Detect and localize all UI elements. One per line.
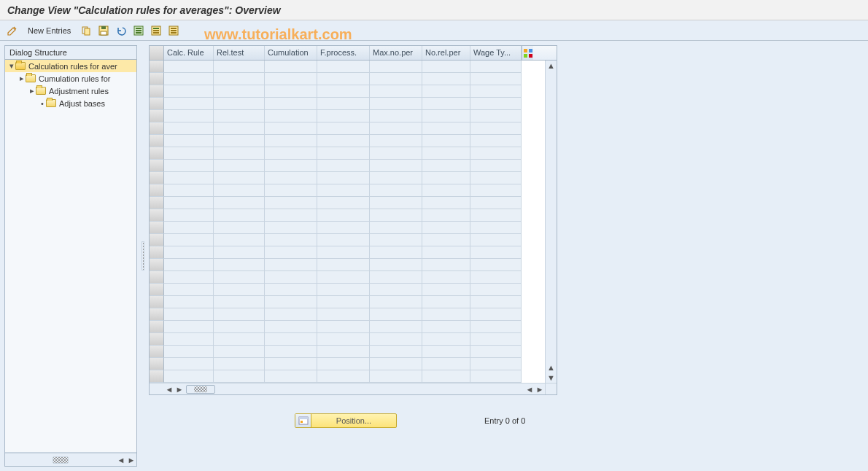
- cell[interactable]: [265, 160, 317, 172]
- table-row[interactable]: [150, 358, 545, 370]
- cell[interactable]: [265, 222, 317, 234]
- table-row[interactable]: [150, 73, 545, 85]
- new-entries-button[interactable]: New Entries: [23, 25, 75, 36]
- cell[interactable]: [370, 346, 422, 358]
- cell[interactable]: [422, 160, 470, 172]
- cell[interactable]: [214, 259, 265, 271]
- cell[interactable]: [265, 321, 317, 333]
- cell[interactable]: [470, 160, 522, 172]
- cell[interactable]: [164, 209, 214, 222]
- row-header[interactable]: [150, 333, 164, 346]
- cell[interactable]: [265, 122, 317, 135]
- cell[interactable]: [422, 308, 470, 321]
- cell[interactable]: [164, 246, 214, 259]
- cell[interactable]: [370, 147, 422, 160]
- cell[interactable]: [214, 61, 265, 73]
- cell[interactable]: [214, 110, 265, 122]
- cell[interactable]: [470, 333, 522, 346]
- cell[interactable]: [214, 246, 265, 259]
- row-header[interactable]: [150, 308, 164, 321]
- cell[interactable]: [470, 122, 522, 135]
- cell[interactable]: [317, 308, 370, 321]
- cell[interactable]: [470, 234, 522, 246]
- cell[interactable]: [370, 259, 422, 271]
- expand-toggle-icon[interactable]: ▾: [8, 61, 15, 71]
- tree-item[interactable]: ▾Calculation rules for aver: [5, 60, 136, 72]
- cell[interactable]: [164, 296, 214, 308]
- cell[interactable]: [265, 73, 317, 85]
- scroll-left-icon[interactable]: ◄: [116, 455, 126, 465]
- cell[interactable]: [265, 284, 317, 296]
- cell[interactable]: [164, 308, 214, 321]
- cell[interactable]: [265, 308, 317, 321]
- cell[interactable]: [422, 333, 470, 346]
- cell[interactable]: [214, 284, 265, 296]
- cell[interactable]: [317, 85, 370, 98]
- column-header[interactable]: Rel.test: [214, 46, 265, 60]
- row-header[interactable]: [150, 222, 164, 234]
- cell[interactable]: [317, 73, 370, 85]
- cell[interactable]: [470, 209, 522, 222]
- cell[interactable]: [422, 184, 470, 197]
- cell[interactable]: [422, 246, 470, 259]
- cell[interactable]: [317, 234, 370, 246]
- cell[interactable]: [470, 197, 522, 209]
- cell[interactable]: [370, 296, 422, 308]
- cell[interactable]: [164, 346, 214, 358]
- table-row[interactable]: [150, 147, 545, 160]
- cell[interactable]: [370, 135, 422, 147]
- cell[interactable]: [470, 172, 522, 184]
- cell[interactable]: [317, 296, 370, 308]
- cell[interactable]: [265, 358, 317, 370]
- cell[interactable]: [422, 110, 470, 122]
- cell[interactable]: [214, 296, 265, 308]
- cell[interactable]: [265, 61, 317, 73]
- cell[interactable]: [214, 98, 265, 110]
- cell[interactable]: [422, 358, 470, 370]
- row-header[interactable]: [150, 160, 164, 172]
- cell[interactable]: [317, 61, 370, 73]
- cell[interactable]: [470, 98, 522, 110]
- cell[interactable]: [265, 346, 317, 358]
- table-row[interactable]: [150, 61, 545, 73]
- cell[interactable]: [370, 172, 422, 184]
- row-header[interactable]: [150, 98, 164, 110]
- cell[interactable]: [164, 333, 214, 346]
- tree[interactable]: ▾Calculation rules for aver▸Cumulation r…: [5, 60, 136, 453]
- cell[interactable]: [214, 308, 265, 321]
- row-header[interactable]: [150, 259, 164, 271]
- cell[interactable]: [164, 271, 214, 284]
- cell[interactable]: [214, 333, 265, 346]
- cell[interactable]: [317, 321, 370, 333]
- cell[interactable]: [422, 197, 470, 209]
- cell[interactable]: [214, 209, 265, 222]
- row-header[interactable]: [150, 85, 164, 98]
- table-row[interactable]: [150, 370, 545, 383]
- row-header[interactable]: [150, 246, 164, 259]
- cell[interactable]: [422, 98, 470, 110]
- cell[interactable]: [317, 197, 370, 209]
- cell[interactable]: [317, 284, 370, 296]
- grid-corner[interactable]: [150, 46, 164, 60]
- scroll-right-icon[interactable]: ►: [174, 384, 185, 394]
- cell[interactable]: [370, 308, 422, 321]
- cell[interactable]: [370, 160, 422, 172]
- cell[interactable]: [470, 346, 522, 358]
- row-header[interactable]: [150, 209, 164, 222]
- tree-item[interactable]: ▸Adjustment rules: [5, 85, 136, 97]
- vertical-scrollbar[interactable]: ▲ ▲ ▼: [545, 61, 557, 383]
- cell[interactable]: [164, 61, 214, 73]
- drag-handle-icon[interactable]: [53, 456, 69, 464]
- cell[interactable]: [422, 122, 470, 135]
- row-header[interactable]: [150, 135, 164, 147]
- cell[interactable]: [422, 147, 470, 160]
- table-row[interactable]: [150, 296, 545, 308]
- splitter[interactable]: [142, 45, 144, 467]
- cell[interactable]: [470, 296, 522, 308]
- table-row[interactable]: [150, 209, 545, 222]
- scroll-right-icon[interactable]: ►: [126, 455, 136, 465]
- table-row[interactable]: [150, 271, 545, 284]
- cell[interactable]: [164, 259, 214, 271]
- cell[interactable]: [265, 296, 317, 308]
- cell[interactable]: [470, 246, 522, 259]
